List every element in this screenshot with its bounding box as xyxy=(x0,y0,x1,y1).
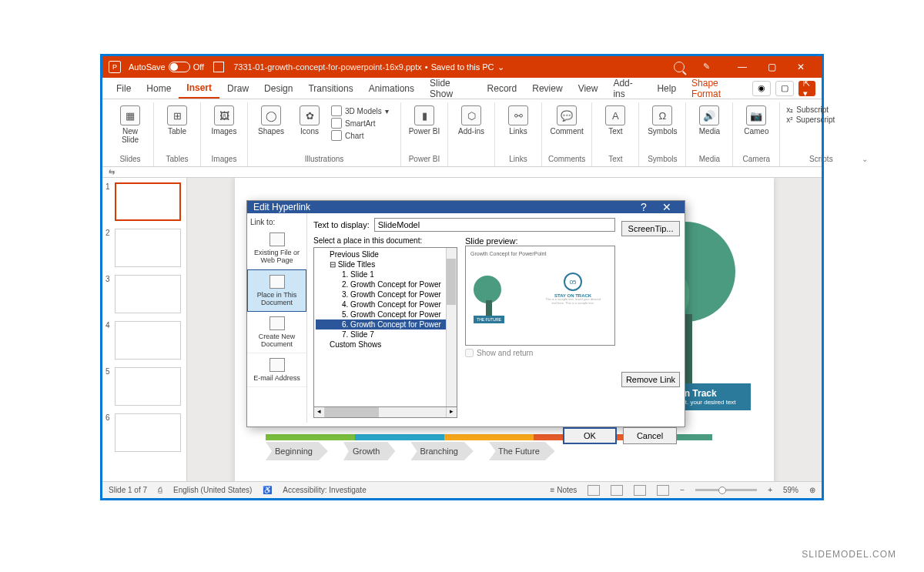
tab-review[interactable]: Review xyxy=(524,78,570,99)
cameo-button[interactable]: 📷Cameo xyxy=(739,105,773,135)
thumbnail-6[interactable] xyxy=(115,413,181,452)
linkto-new-doc[interactable]: Create New Document xyxy=(247,312,306,353)
tab-home[interactable]: Home xyxy=(139,78,179,99)
present-button[interactable]: ▢ xyxy=(775,81,794,96)
fit-button[interactable]: ⊕ xyxy=(809,486,815,494)
3d-models-button[interactable]: 3D Models ▾ xyxy=(331,105,394,116)
powerbi-button[interactable]: ▮Power BI xyxy=(407,105,441,135)
cancel-button[interactable]: Cancel xyxy=(623,427,677,444)
tab-file[interactable]: File xyxy=(109,78,139,99)
search-icon[interactable] xyxy=(674,62,685,72)
text-button[interactable]: AText xyxy=(598,105,632,135)
table-button[interactable]: ⊞Table xyxy=(160,105,194,135)
sorter-view-button[interactable] xyxy=(611,485,623,496)
thumbnail-5[interactable] xyxy=(115,367,181,406)
dialog-help-button[interactable]: ? xyxy=(632,201,655,213)
tree-slide-1[interactable]: 1. Slide 1 xyxy=(316,269,455,279)
linkto-place-in-doc[interactable]: Place in This Document xyxy=(247,269,306,312)
subscript-button[interactable]: x₂ Subscript xyxy=(786,105,855,114)
autosave-toggle[interactable]: AutoSave Off xyxy=(129,62,204,72)
thumbnail-2[interactable] xyxy=(115,229,181,267)
smartart-button[interactable]: SmartArt xyxy=(331,118,394,129)
dialog-titlebar[interactable]: Edit Hyperlink ? ✕ xyxy=(247,201,685,213)
accessibility-icon: ♿ xyxy=(263,486,272,494)
thumbnail-1[interactable] xyxy=(115,182,181,221)
group-symbols: Symbols xyxy=(648,152,677,166)
preview-label: Slide preview: xyxy=(465,236,615,246)
thumbnail-3[interactable] xyxy=(115,275,181,313)
ok-button[interactable]: OK xyxy=(563,427,617,444)
tree-slide-4[interactable]: 4. Growth Concept for Power xyxy=(316,299,455,309)
tree-slide-6[interactable]: 6. Growth Concept for Power xyxy=(316,319,455,329)
tab-view[interactable]: View xyxy=(571,78,606,99)
zoom-in-button[interactable]: + xyxy=(768,486,772,494)
save-state[interactable]: Saved to this PC xyxy=(431,62,494,72)
symbols-button[interactable]: ΩSymbols xyxy=(645,105,679,135)
tab-design[interactable]: Design xyxy=(256,78,300,99)
linkto-email[interactable]: E-mail Address xyxy=(247,353,306,387)
addins-button[interactable]: ⬡Add-ins xyxy=(454,105,488,135)
zoom-out-button[interactable]: − xyxy=(680,486,685,494)
tree-previous-slide[interactable]: Previous Slide xyxy=(316,249,455,259)
media-button[interactable]: 🔊Media xyxy=(692,105,726,135)
tab-help[interactable]: Help xyxy=(649,78,684,99)
lang-icon: ⎙ xyxy=(158,486,162,494)
tab-animations[interactable]: Animations xyxy=(361,78,422,99)
comment-button[interactable]: 💬Comment xyxy=(550,105,584,135)
record-button[interactable]: ◉ xyxy=(752,81,771,96)
normal-view-button[interactable] xyxy=(588,485,600,496)
reading-view-button[interactable] xyxy=(634,485,646,496)
ribbon-collapse-bar[interactable]: ⇆ xyxy=(102,167,822,178)
tab-insert[interactable]: Insert xyxy=(179,78,219,99)
new-slide-button[interactable]: ▦New Slide xyxy=(113,105,147,144)
images-button[interactable]: 🖼Images xyxy=(207,105,241,135)
linkto-existing-file[interactable]: Existing File or Web Page xyxy=(247,228,306,269)
tree-custom-shows[interactable]: Custom Shows xyxy=(316,340,455,350)
zoom-slider[interactable] xyxy=(695,489,757,491)
tree-slide-7[interactable]: 7. Slide 7 xyxy=(316,329,455,340)
place-tree[interactable]: Previous Slide ⊟ Slide Titles 1. Slide 1… xyxy=(313,247,457,407)
tab-record[interactable]: Record xyxy=(480,78,525,99)
tree-slide-3[interactable]: 3. Growth Concept for Power xyxy=(316,289,455,299)
linkto-column: Link to: Existing File or Web Page Place… xyxy=(247,213,307,423)
tree-vscroll[interactable] xyxy=(446,248,457,406)
language-status[interactable]: English (United States) xyxy=(173,486,252,494)
tab-slideshow[interactable]: Slide Show xyxy=(422,78,480,99)
maximize-button[interactable]: ▢ xyxy=(757,56,786,78)
file-name[interactable]: 7331-01-growth-concept-for-powerpoint-16… xyxy=(233,62,422,72)
minimize-button[interactable]: — xyxy=(728,56,757,78)
group-media: Media xyxy=(699,152,720,166)
slideshow-view-button[interactable] xyxy=(657,485,669,496)
slide-counter[interactable]: Slide 1 of 7 xyxy=(109,486,147,494)
tree-slide-5[interactable]: 5. Growth Concept for Power xyxy=(316,309,455,319)
text-to-display-input[interactable] xyxy=(374,218,615,232)
tab-addins[interactable]: Add-ins xyxy=(605,78,649,99)
share-button[interactable]: ⇱ ▾ xyxy=(798,81,815,96)
remove-link-button[interactable]: Remove Link xyxy=(621,372,680,387)
thumbnail-panel[interactable]: 1 2 3 4 5 6 xyxy=(102,178,187,481)
zoom-level[interactable]: 59% xyxy=(783,486,798,494)
superscript-button[interactable]: x² Superscript xyxy=(786,115,855,124)
screentip-button[interactable]: ScreenTip... xyxy=(621,221,680,236)
tree-slide-2[interactable]: 2. Growth Concept for Power xyxy=(316,279,455,289)
icons-button[interactable]: ✿Icons xyxy=(293,105,326,135)
pencil-icon[interactable]: ✎ xyxy=(703,62,714,72)
group-images: Images xyxy=(212,152,237,166)
tree-hscroll[interactable]: ◂▸ xyxy=(313,407,457,418)
shapes-button[interactable]: ◯Shapes xyxy=(254,105,288,135)
thumbnail-4[interactable] xyxy=(115,321,181,360)
accessibility-status[interactable]: Accessibility: Investigate xyxy=(283,486,366,494)
save-icon[interactable] xyxy=(213,62,224,72)
group-scripts: Scripts xyxy=(809,152,833,166)
status-bar: Slide 1 of 7 ⎙ English (United States) ♿… xyxy=(102,481,822,498)
links-button[interactable]: ⚯Links xyxy=(501,105,535,135)
tab-transitions[interactable]: Transitions xyxy=(300,78,360,99)
close-button[interactable]: ✕ xyxy=(786,56,815,78)
ribbon-collapse-icon[interactable]: ⌄ xyxy=(862,102,868,166)
chart-button[interactable]: Chart xyxy=(331,130,394,141)
dialog-close-button[interactable]: ✕ xyxy=(655,201,678,213)
tree-slide-titles[interactable]: ⊟ Slide Titles xyxy=(316,259,455,269)
tab-shape-format[interactable]: Shape Format xyxy=(684,78,752,99)
notes-button[interactable]: ≡ Notes xyxy=(551,486,578,494)
tab-draw[interactable]: Draw xyxy=(219,78,256,99)
